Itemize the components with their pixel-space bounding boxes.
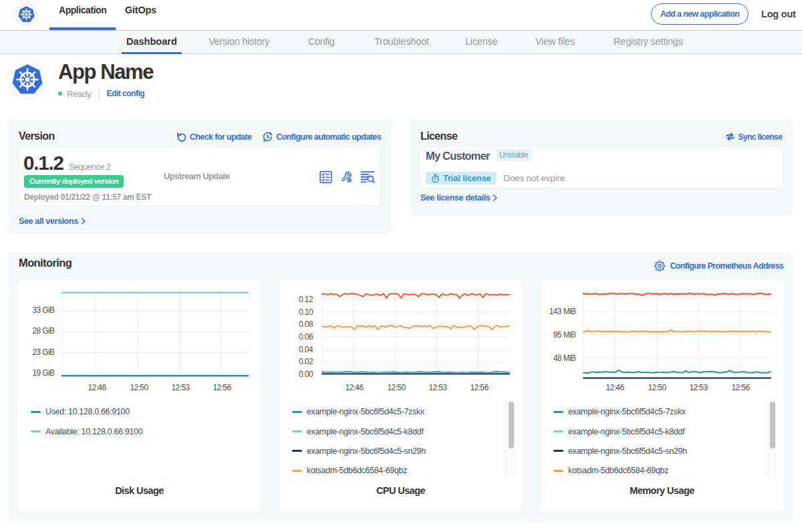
svg-text:12:56: 12:56: [731, 383, 750, 392]
svg-text:12:53: 12:53: [171, 383, 190, 392]
svg-text:12:50: 12:50: [648, 383, 666, 392]
svg-text:23 GiB: 23 GiB: [32, 348, 55, 357]
svg-text:12:56: 12:56: [213, 383, 231, 392]
svg-text:0.10: 0.10: [299, 307, 313, 317]
svg-text:33 GiB: 33 GiB: [32, 305, 55, 315]
svg-text:0.12: 0.12: [299, 295, 313, 304]
svg-text:143 MiB: 143 MiB: [549, 307, 576, 316]
svg-text:12:46: 12:46: [345, 383, 364, 392]
svg-text:19 GiB: 19 GiB: [32, 368, 55, 378]
svg-text:12:46: 12:46: [88, 383, 106, 392]
svg-text:12:50: 12:50: [130, 383, 148, 392]
svg-text:12:56: 12:56: [470, 383, 489, 392]
svg-text:12:53: 12:53: [689, 383, 708, 392]
svg-text:48 MiB: 48 MiB: [553, 354, 576, 363]
svg-text:0.02: 0.02: [299, 357, 313, 366]
svg-text:0.08: 0.08: [299, 319, 313, 329]
svg-text:0.00: 0.00: [299, 370, 313, 379]
svg-text:0.04: 0.04: [299, 345, 313, 354]
svg-text:12:53: 12:53: [428, 383, 447, 392]
svg-text:95 MiB: 95 MiB: [553, 330, 576, 340]
svg-text:0.06: 0.06: [299, 332, 313, 342]
svg-text:28 GiB: 28 GiB: [32, 326, 55, 336]
svg-text:12:50: 12:50: [387, 383, 406, 392]
svg-text:12:46: 12:46: [606, 383, 624, 392]
